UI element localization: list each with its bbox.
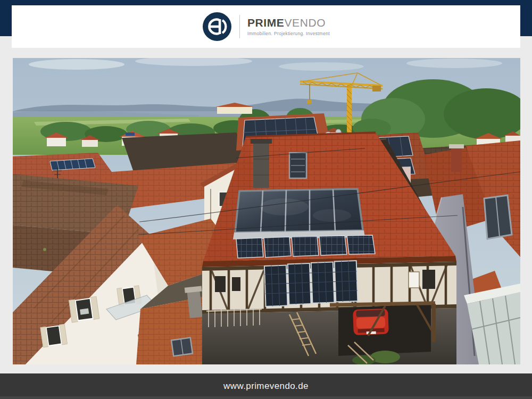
brand-name-vendo: VENDO xyxy=(284,16,326,29)
footer-url: www.primevendo.de xyxy=(223,381,309,392)
roof-glazing-band xyxy=(233,189,365,239)
logo-text: PRIMEVENDO Immobilien. Projektierung. In… xyxy=(247,17,330,36)
aerial-photo-illustration xyxy=(13,58,520,364)
brand-tagline: Immobilien. Projektierung. Investment xyxy=(247,31,330,36)
chimney xyxy=(251,139,272,188)
brand-name: PRIMEVENDO xyxy=(247,17,330,29)
primevendo-logo-icon xyxy=(202,12,232,41)
shuttered-window xyxy=(69,296,99,322)
property-photo xyxy=(13,58,520,364)
logo-divider xyxy=(239,15,240,38)
shuttered-window xyxy=(40,324,68,347)
brand-logo: PRIMEVENDO Immobilien. Projektierung. In… xyxy=(202,12,330,41)
brand-name-prime: PRIME xyxy=(247,16,285,29)
footer-bar: www.primevendo.de xyxy=(0,373,532,399)
roof-window xyxy=(289,153,306,178)
header-card: PRIMEVENDO Immobilien. Projektierung. In… xyxy=(12,5,520,48)
page-background: PRIMEVENDO Immobilien. Projektierung. In… xyxy=(0,0,532,399)
